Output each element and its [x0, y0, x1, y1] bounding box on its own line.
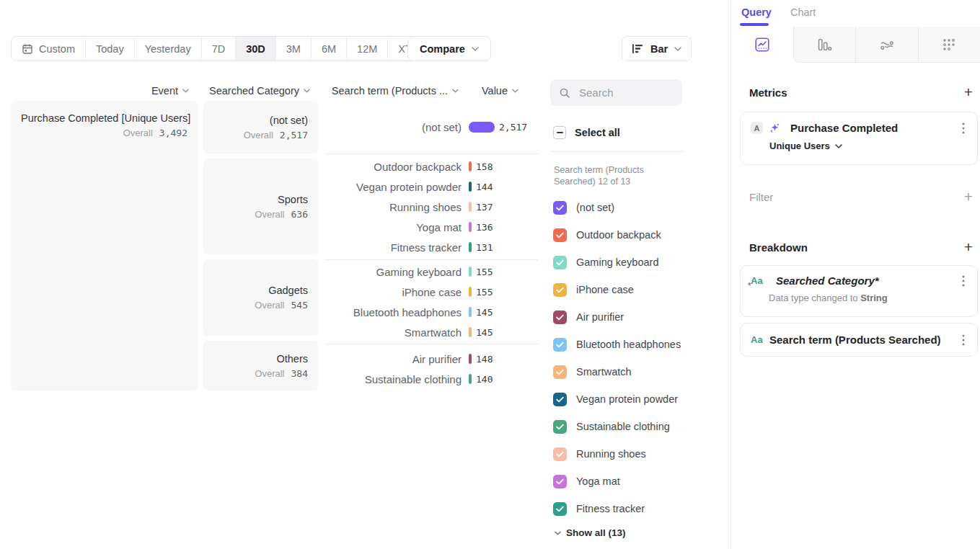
filter-option-not-set[interactable]: (not set) — [553, 194, 723, 221]
select-all-checkbox[interactable] — [553, 126, 566, 139]
divider — [550, 151, 683, 152]
checkbox-checked[interactable] — [553, 256, 567, 269]
column-header-search-term[interactable]: Search term (Products ... — [325, 82, 459, 99]
filter-option-fitness-tracker[interactable]: Fitness tracker — [553, 495, 723, 522]
show-all-button[interactable]: Show all (13) — [555, 527, 626, 538]
checkbox-checked[interactable] — [553, 447, 567, 461]
filter-option-bluetooth-headphones[interactable]: Bluetooth headphones — [553, 331, 723, 358]
compare-button[interactable]: Compare — [407, 36, 491, 61]
term-row-outdoor-backpack[interactable]: Outdoor backpack158 — [325, 156, 538, 177]
tab-query[interactable]: Query — [741, 6, 772, 18]
filter-option-outdoor-backpack[interactable]: Outdoor backpack — [553, 221, 723, 249]
filter-option-iphone-case[interactable]: iPhone case — [553, 276, 723, 303]
category-card-not-set[interactable]: (not set)Overall2,517 — [203, 101, 318, 153]
term-row-gaming-keyboard[interactable]: Gaming keyboard155 — [325, 262, 538, 282]
select-all-row[interactable]: Select all — [553, 125, 620, 140]
value-bar — [469, 374, 472, 384]
date-range-yesterday[interactable]: Yesterday — [135, 37, 202, 61]
search-input[interactable] — [578, 86, 674, 99]
add-breakdown-button[interactable]: + — [964, 240, 973, 254]
column-header-searched-category[interactable]: Searched Category — [203, 82, 310, 99]
filter-option-smartwatch[interactable]: Smartwatch — [553, 358, 723, 385]
aggregation-label: Unique Users — [769, 140, 830, 151]
breakdown-card-searched-category: Aa* Searched Category* Data type changed… — [740, 265, 978, 317]
metric-menu-button[interactable] — [960, 122, 967, 134]
date-range-30d[interactable]: 30D — [236, 37, 276, 61]
checkbox-checked[interactable] — [553, 311, 567, 324]
segment-checkbox-list: (not set)Outdoor backpackGaming keyboard… — [553, 194, 723, 522]
add-filter-button[interactable]: + — [964, 189, 973, 204]
overall-label: Overall — [255, 368, 284, 379]
date-range-label: Yesterday — [145, 43, 191, 55]
metric-event-name[interactable]: Purchase Completed — [790, 122, 953, 134]
term-row-sustainable-clothing[interactable]: Sustainable clothing140 — [325, 369, 538, 389]
filter-option-label: Gaming keyboard — [576, 256, 658, 268]
checkbox-checked[interactable] — [553, 201, 567, 215]
event-sparkle-icon — [769, 122, 780, 133]
checkbox-checked[interactable] — [553, 365, 567, 379]
view-tab-funnels[interactable] — [793, 27, 856, 63]
category-card-gadgets[interactable]: GadgetsOverall545 — [203, 259, 318, 336]
filter-option-gaming-keyboard[interactable]: Gaming keyboard — [553, 249, 723, 276]
term-label: Gaming keyboard — [325, 266, 462, 278]
aggregation-select[interactable]: Unique Users — [769, 140, 842, 151]
filter-option-yoga-mat[interactable]: Yoga mat — [553, 468, 723, 495]
checkbox-checked[interactable] — [553, 393, 567, 406]
category-card-others[interactable]: OthersOverall384 — [203, 341, 318, 390]
date-range-3m[interactable]: 3M — [276, 37, 312, 61]
event-card[interactable]: Purchase Completed [Unique Users] Overal… — [11, 101, 198, 390]
checkbox-checked[interactable] — [553, 228, 567, 242]
tab-chart[interactable]: Chart — [790, 6, 816, 18]
category-name: Gadgets — [213, 285, 308, 296]
value-bar — [469, 242, 472, 252]
date-range-today[interactable]: Today — [86, 37, 135, 61]
add-metric-button[interactable]: + — [964, 85, 973, 99]
category-name: Sports — [213, 194, 308, 205]
term-row-fitness-tracker[interactable]: Fitness tracker131 — [325, 237, 538, 257]
checkbox-checked[interactable] — [553, 420, 567, 434]
date-range-7d[interactable]: 7D — [202, 37, 237, 61]
column-header-value[interactable]: Value — [469, 82, 518, 99]
filter-option-vegan-protein-powder[interactable]: Vegan protein powder — [553, 385, 723, 413]
select-all-label: Select all — [575, 127, 620, 138]
checkbox-checked[interactable] — [553, 502, 567, 516]
term-row-air-purifier[interactable]: Air purifier148 — [325, 349, 538, 369]
note-prefix: Data type changed to — [769, 293, 860, 303]
category-card-sports[interactable]: SportsOverall636 — [203, 159, 318, 254]
indeterminate-icon — [557, 132, 563, 133]
breakdown-menu-button[interactable] — [960, 275, 967, 287]
filter-section-header: Filter + — [749, 189, 973, 204]
checkbox-checked[interactable] — [553, 475, 567, 488]
view-tab-retention[interactable] — [918, 27, 980, 63]
term-row-bluetooth-headphones[interactable]: Bluetooth headphones145 — [325, 302, 538, 322]
date-range-6m[interactable]: 6M — [312, 37, 347, 61]
term-value: 2,517 — [499, 122, 527, 133]
date-range-label: 30D — [246, 43, 265, 55]
breakdown-property-name[interactable]: Searched Category* — [776, 274, 953, 287]
breakdown-menu-button[interactable] — [960, 334, 967, 346]
term-row-running-shoes[interactable]: Running shoes137 — [325, 197, 538, 217]
filter-option-running-shoes[interactable]: Running shoes — [553, 440, 723, 468]
term-value: 155 — [476, 287, 493, 298]
term-row-smartwatch[interactable]: Smartwatch145 — [325, 322, 538, 342]
filter-option-sustainable-clothing[interactable]: Sustainable clothing — [553, 413, 723, 440]
term-row-vegan-protein-powder[interactable]: Vegan protein powder144 — [325, 177, 538, 197]
date-range-custom[interactable]: Custom — [12, 37, 86, 61]
filter-option-air-purifier[interactable]: Air purifier — [553, 303, 723, 331]
chart-type-select[interactable]: Bar — [622, 36, 692, 61]
view-tab-flows[interactable] — [855, 27, 918, 63]
date-range-12m[interactable]: 12M — [347, 37, 388, 61]
term-row-not-set[interactable]: (not set)2,517 — [325, 117, 538, 138]
column-header-label: Event — [151, 85, 178, 97]
term-row-yoga-mat[interactable]: Yoga mat136 — [325, 217, 538, 237]
term-label: Air purifier — [325, 353, 462, 365]
segment-search-box — [550, 79, 682, 106]
view-tab-insights[interactable] — [731, 27, 793, 63]
breakdown-property-name[interactable]: Search term (Products Searched) — [769, 334, 960, 346]
column-header-event[interactable]: Event — [11, 82, 189, 99]
note-value: String — [860, 293, 888, 303]
term-row-iphone-case[interactable]: iPhone case155 — [325, 282, 538, 302]
overall-value: 384 — [291, 368, 308, 379]
checkbox-checked[interactable] — [553, 338, 567, 352]
checkbox-checked[interactable] — [553, 283, 567, 297]
